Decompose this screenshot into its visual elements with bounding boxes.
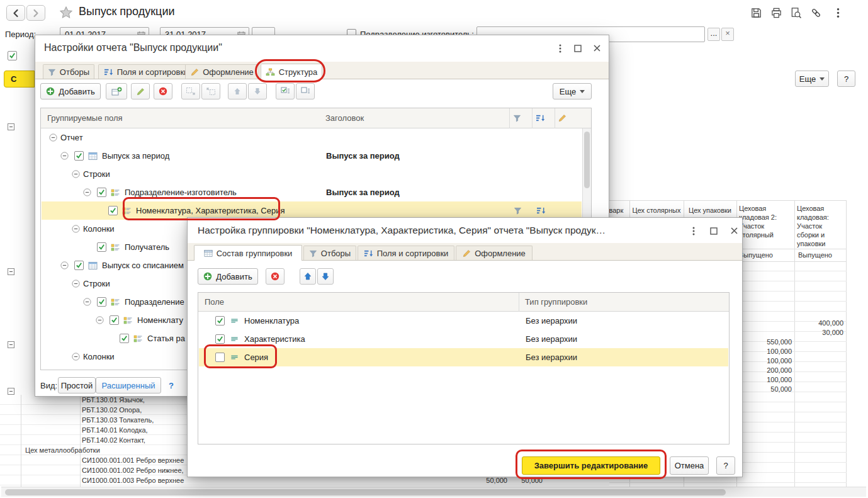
- tab-appearance[interactable]: Оформление: [456, 246, 533, 260]
- field-row[interactable]: Номенклатура Без иерархии: [199, 312, 728, 330]
- delete-button[interactable]: [154, 83, 172, 99]
- preview-icon[interactable]: [790, 7, 802, 19]
- funnel-icon[interactable]: [514, 207, 522, 215]
- group-button[interactable]: [181, 83, 200, 99]
- period-label: Период:: [5, 30, 36, 39]
- tab-filters[interactable]: Отборы: [303, 246, 356, 260]
- save-icon[interactable]: [750, 7, 762, 19]
- add-button[interactable]: Добавить: [198, 268, 258, 285]
- report-row-label: РБТ.130.03 Толкатель,: [82, 416, 154, 424]
- tree-row[interactable]: Выпуск за период Выпуск за период: [42, 147, 582, 165]
- funnel-icon[interactable]: [513, 114, 521, 122]
- ungroup-button[interactable]: [201, 83, 220, 99]
- print-icon[interactable]: [770, 7, 782, 19]
- field-row-selected[interactable]: Серия Без иерархии: [199, 348, 728, 366]
- brush-icon[interactable]: [558, 114, 566, 122]
- collapse-icon[interactable]: [72, 170, 80, 178]
- arrow-down-icon: [253, 87, 262, 96]
- close-icon[interactable]: [730, 227, 738, 235]
- tab-filters[interactable]: Отборы: [43, 64, 94, 79]
- collapse-icon[interactable]: [72, 353, 80, 361]
- forward-button[interactable]: [26, 5, 45, 21]
- left-option-checkbox[interactable]: [8, 51, 17, 60]
- more-label: Еще: [799, 74, 816, 84]
- tab-appearance[interactable]: Оформление: [185, 64, 259, 79]
- back-button[interactable]: [6, 5, 25, 21]
- link-icon[interactable]: [810, 7, 822, 19]
- check-all-button[interactable]: [276, 83, 295, 99]
- collapse-icon[interactable]: [96, 316, 104, 324]
- collapse-icon[interactable]: [72, 280, 80, 288]
- producer-clear-button[interactable]: ×: [721, 28, 734, 41]
- tab-fields-sorting[interactable]: Поля и сортировки: [98, 64, 194, 79]
- dialog-more-button[interactable]: Еще: [553, 83, 592, 99]
- menu-dots-icon[interactable]: [832, 7, 844, 19]
- dialog-menu-icon[interactable]: [555, 43, 565, 54]
- cancel-button[interactable]: Отмена: [670, 456, 709, 475]
- move-down-button[interactable]: [248, 83, 267, 99]
- collapse-icon[interactable]: [83, 298, 91, 306]
- favorite-star-icon[interactable]: [59, 6, 73, 20]
- generate-button-fragment[interactable]: С: [4, 71, 35, 88]
- report-cell: 30,000: [796, 329, 843, 336]
- tree-row[interactable]: Подразделение-изготовитель Выпуск за пер…: [42, 183, 582, 201]
- tree-collapse-icon[interactable]: [8, 341, 14, 348]
- row-checkbox[interactable]: [74, 151, 84, 161]
- row-checkbox[interactable]: [108, 206, 118, 215]
- maximize-icon[interactable]: [574, 45, 582, 52]
- tree-collapse-icon[interactable]: [8, 123, 14, 130]
- collapse-icon[interactable]: [49, 133, 57, 142]
- collapse-icon[interactable]: [60, 152, 69, 160]
- structure-icon: [266, 68, 275, 76]
- collapse-icon[interactable]: [60, 261, 69, 269]
- tree-collapse-icon[interactable]: [8, 268, 14, 275]
- row-checkbox[interactable]: [97, 242, 106, 252]
- help-button[interactable]: ?: [716, 456, 735, 475]
- report-help-button[interactable]: ?: [837, 71, 855, 87]
- dialog-menu-icon[interactable]: [689, 226, 699, 236]
- close-icon[interactable]: [593, 44, 601, 52]
- row-checkbox[interactable]: [215, 353, 225, 362]
- producer-more-button[interactable]: ...: [707, 28, 720, 41]
- sort-icon: [104, 68, 113, 76]
- report-more-button[interactable]: Еще: [795, 71, 829, 87]
- horizontal-scrollbar[interactable]: [1, 487, 866, 497]
- tree-row[interactable]: Строки: [42, 165, 582, 183]
- collapse-icon[interactable]: [72, 225, 80, 233]
- tab-grouping-content[interactable]: Состав группировки: [194, 245, 302, 261]
- delete-button[interactable]: [266, 268, 285, 285]
- field-row[interactable]: Характеристика Без иерархии: [199, 330, 728, 348]
- add-group-button[interactable]: [106, 83, 127, 99]
- scrollbar-thumb[interactable]: [584, 132, 590, 188]
- edit-pencil-button[interactable]: [131, 83, 150, 99]
- collapse-icon[interactable]: [83, 188, 91, 196]
- row-checkbox[interactable]: [215, 316, 225, 325]
- row-checkbox[interactable]: [120, 334, 129, 343]
- row-checkbox[interactable]: [74, 261, 84, 270]
- move-up-button[interactable]: [300, 268, 316, 285]
- view-extended-button[interactable]: Расширенный: [96, 377, 161, 393]
- report-cell: 200,000: [741, 366, 792, 374]
- move-down-button[interactable]: [317, 268, 334, 285]
- more-label: Еще: [560, 87, 576, 96]
- view-help-button[interactable]: ?: [169, 381, 174, 390]
- row-checkbox[interactable]: [97, 297, 106, 307]
- group-icon: [186, 87, 196, 96]
- tab-fields-sorting[interactable]: Поля и сортировки: [358, 246, 454, 260]
- sort-icon[interactable]: [536, 114, 545, 122]
- add-button[interactable]: Добавить: [40, 83, 101, 99]
- maximize-icon[interactable]: [710, 227, 718, 235]
- scrollbar-thumb[interactable]: [5, 489, 726, 495]
- tab-label: Отборы: [321, 249, 351, 258]
- row-checkbox[interactable]: [97, 188, 106, 197]
- row-checkbox[interactable]: [215, 334, 225, 344]
- uncheck-all-button[interactable]: [296, 83, 315, 99]
- finish-editing-button[interactable]: Завершить редактирование: [522, 456, 660, 475]
- tree-collapse-icon[interactable]: [8, 388, 14, 395]
- tree-row[interactable]: Отчет: [42, 128, 582, 147]
- sort-icon[interactable]: [536, 207, 546, 215]
- row-checkbox[interactable]: [110, 315, 119, 325]
- view-simple-button[interactable]: Простой: [58, 377, 96, 393]
- move-up-button[interactable]: [228, 83, 247, 99]
- tab-structure[interactable]: Структура: [261, 64, 322, 79]
